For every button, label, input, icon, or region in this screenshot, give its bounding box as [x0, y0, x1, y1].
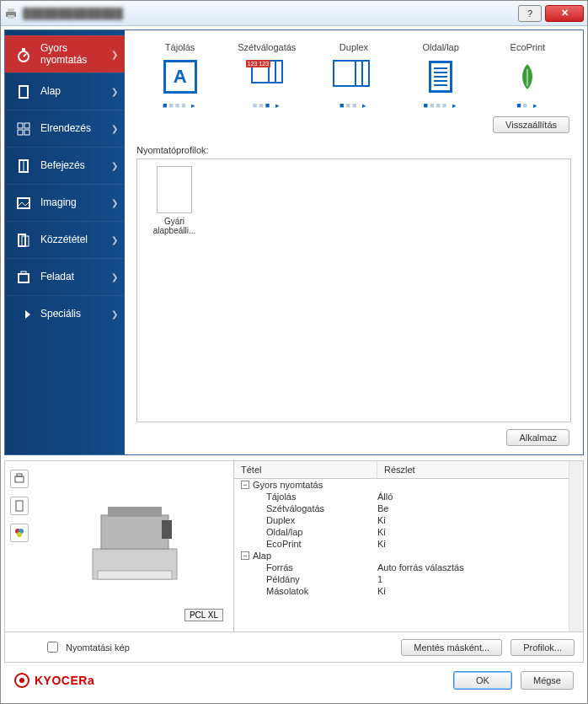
- sidebar-item-label: Imaging: [40, 197, 77, 208]
- profile-thumb-icon: [157, 166, 192, 213]
- svg-rect-8: [24, 123, 29, 128]
- pages-per-sheet-icon: [400, 57, 481, 96]
- scrollbar[interactable]: [569, 461, 583, 631]
- pcl-badge: PCL XL: [184, 609, 223, 621]
- sidebar-item-label: Speciális: [40, 309, 81, 320]
- svg-rect-21: [17, 474, 22, 476]
- job-icon: [15, 269, 32, 286]
- details-row: TájolásÁlló: [234, 491, 569, 502]
- collate-icon: 123 123: [227, 57, 307, 96]
- svg-rect-9: [18, 130, 23, 135]
- details-tree[interactable]: −Gyors nyomtatás TájolásÁlló Szétválogat…: [234, 479, 569, 631]
- titlebar: ██████████████ ? ✕: [1, 1, 587, 26]
- option-title: Duplex: [313, 42, 394, 52]
- svg-rect-2: [8, 15, 14, 19]
- details-group[interactable]: −Alap: [234, 550, 569, 562]
- content-panel: Tájolás A ■■■■ ▸ Szétválogatás 123 123: [125, 30, 583, 454]
- profiles-list: Gyári alapbeálli...: [136, 159, 571, 422]
- svg-rect-4: [22, 48, 25, 51]
- chevron-right-icon: ❯: [111, 161, 118, 170]
- sidebar-item-layout[interactable]: Elrendezés ❯: [5, 110, 125, 147]
- preview-tab-page[interactable]: [10, 497, 29, 515]
- ok-button[interactable]: OK: [453, 671, 512, 690]
- apply-button[interactable]: Alkalmaz: [506, 429, 569, 446]
- sidebar-item-finishing[interactable]: Befejezés ❯: [5, 147, 125, 184]
- details-header: Tétel Részlet: [234, 461, 569, 479]
- save-as-button[interactable]: Mentés másként...: [401, 639, 502, 656]
- cancel-button[interactable]: Mégse: [521, 671, 574, 690]
- orientation-icon: A: [140, 57, 221, 96]
- option-indicator: ■■■ ▸: [227, 101, 307, 110]
- details-row: DuplexKi: [234, 514, 569, 526]
- booklet-icon: [15, 158, 32, 175]
- window-title: ██████████████: [23, 8, 518, 19]
- profile-item[interactable]: Gyári alapbeálli...: [144, 166, 205, 235]
- preview-tab-color[interactable]: [10, 524, 29, 542]
- svg-point-32: [19, 678, 24, 683]
- svg-rect-17: [21, 271, 26, 274]
- kyocera-icon: [14, 673, 29, 688]
- sidebar-item-advanced[interactable]: Speciális ❯: [5, 295, 125, 332]
- chevron-right-icon: ❯: [111, 235, 118, 245]
- sidebar: Gyors nyomtatás ❯ Alap ❯ Elrendezés ❯ Be…: [5, 30, 125, 454]
- layout-icon: [15, 121, 32, 137]
- svg-rect-10: [24, 130, 29, 135]
- svg-rect-1: [8, 8, 14, 12]
- col-header-detail: Részlet: [377, 461, 569, 478]
- print-preview-label: Nyomtatási kép: [66, 642, 130, 653]
- sidebar-item-label: Elrendezés: [40, 123, 91, 134]
- col-header-item: Tétel: [234, 461, 377, 478]
- sidebar-item-label: Gyors nyomtatás: [40, 43, 87, 65]
- sidebar-item-imaging[interactable]: Imaging ❯: [5, 184, 125, 221]
- sidebar-item-label: Feladat: [40, 271, 74, 282]
- option-title: Oldal/lap: [400, 42, 481, 52]
- option-indicator: ■■ ▸: [487, 101, 568, 110]
- details-row: Példány1: [234, 573, 569, 585]
- sidebar-item-quickprint[interactable]: Gyors nyomtatás ❯: [5, 35, 125, 73]
- profile-name: Gyári alapbeálli...: [144, 217, 205, 235]
- option-ecoprint[interactable]: EcoPrint ■■ ▸: [487, 42, 568, 110]
- sidebar-item-publish[interactable]: Közzététel ❯: [5, 221, 125, 258]
- ecoprint-icon: [487, 57, 568, 96]
- details-group[interactable]: −Gyors nyomtatás: [234, 479, 569, 491]
- svg-rect-20: [15, 476, 24, 482]
- printer-illustration-icon: [67, 490, 202, 591]
- sidebar-item-basic[interactable]: Alap ❯: [5, 73, 125, 110]
- profiles-button[interactable]: Profilok...: [510, 639, 575, 656]
- sidebar-item-label: Befejezés: [40, 160, 85, 171]
- duplex-icon: [313, 57, 394, 96]
- svg-rect-29: [98, 571, 172, 579]
- details-row: EcoPrintKi: [234, 538, 569, 550]
- help-button[interactable]: ?: [518, 5, 542, 22]
- option-indicator: ■■■■ ▸: [400, 101, 481, 110]
- option-title: Tájolás: [140, 42, 221, 52]
- details-row: Oldal/lapKi: [234, 526, 569, 538]
- chevron-right-icon: ❯: [111, 124, 118, 133]
- close-button[interactable]: ✕: [545, 5, 584, 22]
- preview-tab-device[interactable]: [10, 470, 29, 488]
- sidebar-item-job[interactable]: Feladat ❯: [5, 258, 125, 295]
- option-orientation[interactable]: Tájolás A ■■■■ ▸: [140, 42, 221, 110]
- option-title: EcoPrint: [487, 42, 568, 52]
- print-dialog: ██████████████ ? ✕ Gyors nyomtatás ❯ Ala…: [0, 0, 588, 704]
- profiles-label: Nyomtatóprofilok:: [136, 145, 571, 155]
- print-preview-checkbox[interactable]: Nyomtatási kép: [13, 639, 393, 655]
- sidebar-item-label: Alap: [40, 86, 61, 97]
- stopwatch-icon: [15, 46, 32, 63]
- svg-rect-30: [162, 520, 172, 539]
- brand-text: KYOCERa: [35, 674, 94, 687]
- option-duplex[interactable]: Duplex ■■■ ▸: [313, 42, 394, 110]
- option-collate[interactable]: Szétválogatás 123 123 ■■■ ▸: [227, 42, 307, 110]
- image-icon: [15, 195, 32, 212]
- publish-icon: [15, 232, 32, 249]
- printer-app-icon: [4, 7, 18, 20]
- chevron-right-icon: ❯: [111, 87, 118, 96]
- sidebar-item-label: Közzététel: [40, 234, 88, 245]
- svg-rect-16: [19, 274, 29, 282]
- option-pagesperSheet[interactable]: Oldal/lap ■■■■ ▸: [400, 42, 481, 110]
- print-preview-input[interactable]: [47, 642, 58, 653]
- option-indicator: ■■■ ▸: [313, 101, 394, 110]
- page-icon: [15, 83, 32, 100]
- reset-button[interactable]: Visszaállítás: [493, 116, 569, 133]
- svg-rect-7: [18, 123, 23, 128]
